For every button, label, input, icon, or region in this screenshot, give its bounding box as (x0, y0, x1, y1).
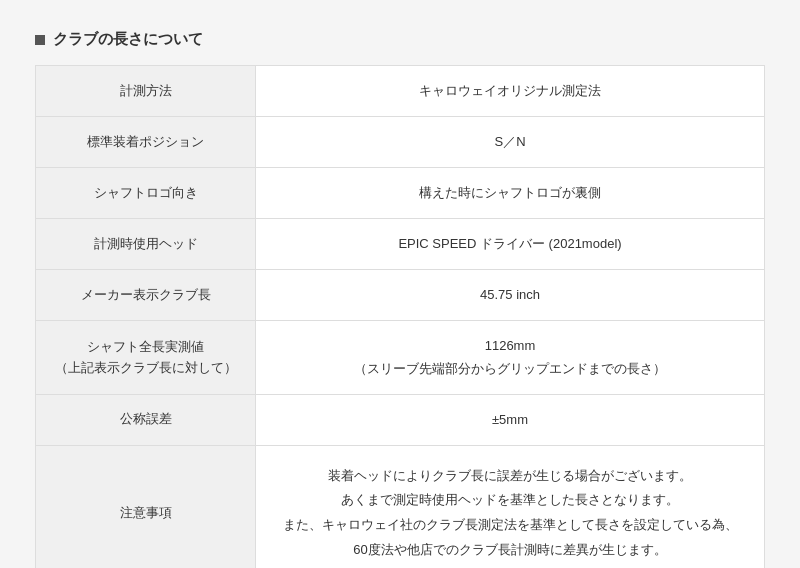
section-header: クラブの長さについて (35, 30, 765, 49)
label-cell: 計測時使用ヘッド (36, 219, 256, 270)
label-cell: 標準装着ポジション (36, 117, 256, 168)
label-cell: シャフト全長実測値（上記表示クラブ長に対して） (36, 321, 256, 394)
value-cell: 構えた時にシャフトロゴが裏側 (256, 168, 765, 219)
value-cell: S／N (256, 117, 765, 168)
table-row: シャフト全長実測値（上記表示クラブ長に対して）1126mm（スリーブ先端部分から… (36, 321, 765, 394)
label-cell: シャフトロゴ向き (36, 168, 256, 219)
value-cell: EPIC SPEED ドライバー (2021model) (256, 219, 765, 270)
table-row: 公称誤差±5mm (36, 394, 765, 445)
table-row: 計測時使用ヘッドEPIC SPEED ドライバー (2021model) (36, 219, 765, 270)
table-row: 注意事項装着ヘッドによりクラブ長に誤差が生じる場合がございます。あくまで測定時使… (36, 445, 765, 568)
table-row: メーカー表示クラブ長45.75 inch (36, 270, 765, 321)
value-cell: キャロウェイオリジナル測定法 (256, 66, 765, 117)
page-container: クラブの長さについて 計測方法キャロウェイオリジナル測定法標準装着ポジションS／… (20, 20, 780, 568)
info-table: 計測方法キャロウェイオリジナル測定法標準装着ポジションS／Nシャフトロゴ向き構え… (35, 65, 765, 568)
value-cell: 1126mm（スリーブ先端部分からグリップエンドまでの長さ） (256, 321, 765, 394)
label-cell: 公称誤差 (36, 394, 256, 445)
value-cell: 45.75 inch (256, 270, 765, 321)
section-icon (35, 35, 45, 45)
label-cell: メーカー表示クラブ長 (36, 270, 256, 321)
value-cell: ±5mm (256, 394, 765, 445)
label-cell: 注意事項 (36, 445, 256, 568)
table-row: 標準装着ポジションS／N (36, 117, 765, 168)
table-row: シャフトロゴ向き構えた時にシャフトロゴが裏側 (36, 168, 765, 219)
table-row: 計測方法キャロウェイオリジナル測定法 (36, 66, 765, 117)
label-cell: 計測方法 (36, 66, 256, 117)
section-title: クラブの長さについて (53, 30, 203, 49)
value-cell: 装着ヘッドによりクラブ長に誤差が生じる場合がございます。あくまで測定時使用ヘッド… (256, 445, 765, 568)
